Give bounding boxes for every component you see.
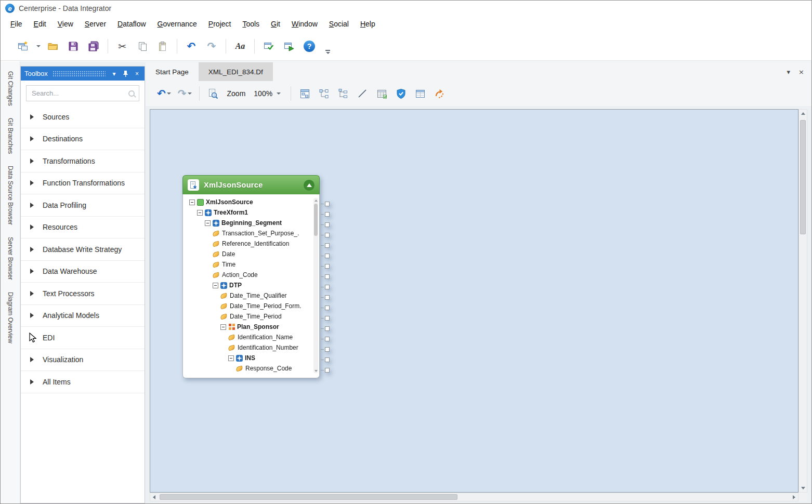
doc-redo-button[interactable]: ↷ [177, 86, 193, 101]
toolbox-menu-caret-icon[interactable]: ▾ [110, 70, 118, 78]
toolbox-category-database-write-strategy[interactable]: Database Write Strategy [21, 238, 145, 261]
toolbox-pin-icon[interactable] [122, 70, 129, 78]
verify-dataflow-button[interactable] [261, 38, 277, 54]
vertical-orientation-button[interactable] [336, 86, 350, 101]
data-grid-window-button[interactable] [413, 86, 427, 101]
new-dataflow-button[interactable] [15, 38, 31, 54]
port-square[interactable] [325, 233, 330, 237]
scroll-up-button[interactable] [799, 110, 807, 117]
node-port[interactable] [321, 313, 330, 323]
tree-collapse-icon[interactable] [213, 283, 218, 288]
toolbox-close-icon[interactable]: × [133, 70, 141, 78]
port-square[interactable] [325, 347, 330, 352]
node-port[interactable] [321, 219, 330, 230]
save-button[interactable] [66, 38, 81, 54]
rail-tab-git-branches[interactable]: Git Branches [7, 116, 14, 156]
tree-node-treexform1[interactable]: TreeXform1 [183, 207, 311, 218]
help-button[interactable]: ? [302, 38, 317, 54]
tree-node-date-time-qualifier[interactable]: Date_Time_Qualifier [183, 290, 311, 301]
tree-node-xmljsonsource[interactable]: XmlJsonSource [183, 197, 311, 207]
node-scroll-thumb[interactable] [314, 204, 318, 236]
link-style-button[interactable] [355, 86, 370, 101]
tree-collapse-icon[interactable] [189, 200, 195, 205]
tree-node-date-time-period-form[interactable]: Date_Time_Period_Form. [183, 301, 311, 311]
tree-node-identification-name[interactable]: Identification_Name [183, 332, 311, 342]
node-port[interactable] [321, 261, 330, 271]
node-port[interactable] [321, 302, 330, 313]
port-square[interactable] [325, 285, 330, 289]
port-square[interactable] [325, 326, 330, 331]
auto-layout-button[interactable] [297, 86, 312, 101]
menu-edit[interactable]: Edit [28, 16, 52, 32]
port-square[interactable] [325, 264, 330, 269]
node-port[interactable] [321, 344, 330, 354]
menu-tools[interactable]: Tools [237, 16, 265, 32]
tree-node-date-time-period[interactable]: Date_Time_Period [183, 311, 311, 322]
node-port[interactable] [321, 334, 330, 344]
vertical-scroll-thumb[interactable] [800, 120, 806, 234]
tree-node-action-code[interactable]: Action_Code [183, 270, 311, 280]
tree-node-transaction-set-purpose[interactable]: Transaction_Set_Purpose_. [183, 228, 311, 238]
tab-start-page[interactable]: Start Page [146, 62, 199, 81]
menu-help[interactable]: Help [355, 16, 381, 32]
doc-undo-button[interactable]: ↶ [156, 86, 172, 101]
scroll-right-button[interactable] [790, 493, 798, 501]
toolbox-category-resources[interactable]: Resources [21, 217, 145, 239]
toolbox-category-text-processors[interactable]: Text Processors [21, 283, 145, 305]
tree-node-response-code[interactable]: Response_Code [183, 363, 311, 374]
node-scrollbar[interactable] [313, 198, 318, 373]
new-dropdown-caret-icon[interactable] [36, 45, 41, 47]
port-square[interactable] [325, 295, 330, 300]
tree-node-date[interactable]: Date [183, 249, 311, 259]
menu-file[interactable]: File [5, 16, 28, 32]
rail-tab-data-source-browser[interactable]: Data Source Browser [7, 164, 14, 227]
font-settings-button[interactable]: Aa [232, 38, 248, 54]
port-square[interactable] [325, 222, 330, 227]
node-port[interactable] [321, 354, 330, 365]
node-port[interactable] [321, 323, 330, 334]
tree-node-identification-number[interactable]: Identification_Number [183, 342, 311, 353]
menu-server[interactable]: Server [79, 16, 112, 32]
toolbox-category-analytical-models[interactable]: Analytical Models [21, 305, 145, 327]
canvas-vertical-scrollbar[interactable] [798, 109, 807, 493]
node-port[interactable] [321, 230, 330, 240]
toolbox-header[interactable]: Toolbox ▾ × [21, 67, 145, 81]
search-input[interactable] [27, 89, 128, 97]
tree-node-ins[interactable]: INS [183, 353, 311, 363]
port-square[interactable] [325, 306, 330, 310]
toolbox-category-function-transformations[interactable]: Function Transformations [21, 173, 145, 195]
dataflow-canvas[interactable]: XmlJsonSource XmlJsonSource [150, 109, 798, 493]
save-all-button[interactable] [86, 38, 101, 54]
port-square[interactable] [325, 368, 330, 373]
port-square[interactable] [325, 202, 330, 206]
zoom-tool-button[interactable] [206, 86, 220, 101]
menu-dataflow[interactable]: Dataflow [112, 16, 151, 32]
tree-collapse-icon[interactable] [205, 220, 211, 226]
menu-social[interactable]: Social [323, 16, 355, 32]
horizontal-scroll-thumb[interactable] [160, 494, 457, 500]
undo-button[interactable]: ↶ [184, 38, 199, 54]
start-dataflow-button[interactable] [281, 38, 297, 54]
menu-window[interactable]: Window [286, 16, 323, 32]
tree-node-time[interactable]: Time [183, 259, 311, 270]
tree-collapse-icon[interactable] [228, 355, 234, 361]
menu-project[interactable]: Project [203, 16, 237, 32]
scroll-left-button[interactable] [150, 493, 158, 501]
toolbox-category-destinations[interactable]: Destinations [21, 128, 145, 151]
toolbox-category-visualization[interactable]: Visualization [21, 349, 145, 372]
node-scroll-up-icon[interactable] [314, 198, 318, 202]
horizontal-orientation-button[interactable] [317, 86, 331, 101]
node-port[interactable] [321, 271, 330, 282]
node-port[interactable] [321, 198, 330, 209]
cut-button[interactable]: ✂ [114, 38, 130, 54]
node-port[interactable] [321, 209, 330, 219]
xmljsonsource-node[interactable]: XmlJsonSource XmlJsonSource [182, 175, 320, 378]
tree-collapse-icon[interactable] [197, 210, 203, 216]
toolbox-category-transformations[interactable]: Transformations [21, 150, 145, 173]
menu-governance[interactable]: Governance [152, 16, 203, 32]
port-square[interactable] [325, 357, 330, 362]
preview-grid-button[interactable] [374, 86, 389, 101]
port-square[interactable] [325, 243, 330, 248]
toolbar-overflow-button[interactable] [325, 50, 330, 54]
port-square[interactable] [325, 212, 330, 217]
